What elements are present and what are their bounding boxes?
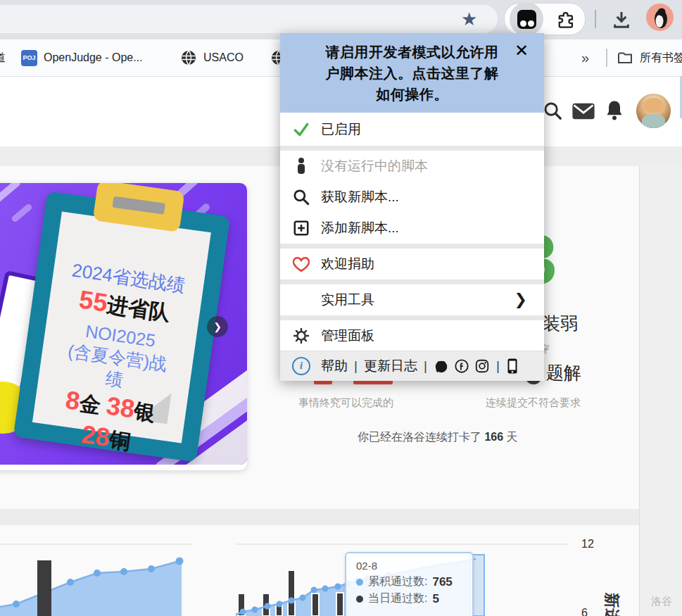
partial-title-2: 题解 — [546, 361, 581, 384]
github-icon[interactable] — [434, 358, 449, 374]
pipe-separator: | — [354, 358, 358, 374]
section-gap-band — [0, 509, 639, 525]
menu-label: 没有运行中的脚本 — [321, 157, 428, 175]
search-icon — [291, 187, 311, 207]
chevron-glyph: » — [581, 50, 589, 66]
tampermonkey-popup: 请启用开发者模式以允许用户脚本注入。点击这里了解如何操作。 ✕ 已启用 没有运行… — [280, 33, 544, 381]
bookmark-openjudge[interactable]: POJ OpenJudge - Ope... — [21, 39, 143, 76]
chart-tooltip: 02-8 累积通过数: 765 当日通过数: 5 — [345, 552, 474, 616]
address-bar[interactable] — [0, 5, 498, 33]
menu-divider — [280, 146, 544, 151]
mobile-app-icon[interactable] — [506, 358, 519, 375]
checkin-line: 你已经在洛谷连续打卡了 166 天 — [358, 430, 518, 445]
tooltip-date: 02-8 — [356, 560, 472, 572]
screenshot-root: 洛谷 2024省选战绩 55进省队 — [0, 0, 682, 616]
pipe-separator: | — [424, 358, 427, 374]
decor-streak — [11, 203, 33, 223]
checkin-prefix: 你已经在洛谷连续打卡了 — [358, 431, 484, 443]
menu-label: 获取新脚本... — [321, 188, 399, 206]
partial-title-1: 装弱 — [543, 312, 578, 335]
globe-favicon — [180, 49, 197, 66]
bookmark-label: OpenJudge - Ope... — [44, 51, 143, 64]
next-arrow-glyph: ❯ — [213, 321, 222, 332]
search-icon[interactable] — [542, 100, 563, 124]
banner-line2-num: 55 — [77, 284, 109, 317]
menu-item-help[interactable]: i 帮助 | 更新日志 | | — [280, 351, 544, 381]
menu-item-no-scripts: 没有运行中的脚本 — [280, 151, 544, 182]
browser-profile-avatar[interactable] — [646, 4, 674, 31]
tooltip-label-cumulative: 累积通过数: — [368, 574, 427, 589]
y-axis-tick-12: 12 — [581, 538, 594, 551]
user-avatar[interactable] — [636, 94, 671, 128]
right-margin-column: 洛谷 — [639, 166, 682, 616]
bookmark-star-icon[interactable]: ★ — [461, 8, 477, 30]
menu-divider — [280, 279, 544, 284]
banner-line5-n2: 38 — [105, 391, 137, 424]
notice-text: 请启用开发者模式以允许用户脚本注入。点击这里了解如何操作。 — [322, 42, 503, 105]
menu-item-enabled[interactable]: 已启用 — [280, 113, 544, 146]
menu-item-utilities[interactable]: 实用工具 ❯ — [280, 284, 544, 315]
heart-icon — [291, 254, 311, 274]
info-circle-icon: i — [291, 356, 311, 376]
mail-icon[interactable] — [572, 102, 595, 123]
bookmark-label: USACO — [203, 51, 244, 64]
rotated-axis-label: 新进 — [601, 593, 622, 616]
facebook-icon[interactable] — [454, 358, 469, 374]
close-icon[interactable]: ✕ — [514, 41, 529, 61]
banner-line6-rest: 铜 — [108, 428, 132, 454]
all-bookmarks-folder[interactable]: 所有书签 — [617, 39, 682, 76]
quote-right: 连续提交不符合要求 — [486, 396, 581, 410]
banner-line5-t1: 金 — [78, 391, 108, 418]
toolbar-separator — [595, 10, 596, 28]
bell-icon[interactable] — [604, 99, 625, 125]
bookmarks-overflow-chevron[interactable]: » — [581, 39, 589, 76]
check-icon — [291, 120, 311, 139]
add-script-icon — [291, 218, 311, 238]
menu-label: 添加新脚本... — [321, 219, 399, 237]
menu-item-get-scripts[interactable]: 获取新脚本... — [280, 182, 544, 213]
changelog-link[interactable]: 更新日志 — [364, 357, 417, 375]
menu-item-dashboard[interactable]: 管理面板 — [280, 320, 544, 351]
instagram-icon[interactable] — [474, 358, 490, 374]
quote-left: 事情终究可以完成的 — [298, 396, 393, 410]
menu-label: 实用工具 — [321, 291, 374, 309]
practice-charts — [0, 525, 639, 616]
luogu-watermark: 洛谷 — [651, 595, 672, 608]
gear-icon — [291, 326, 311, 346]
menu-item-donate[interactable]: 欢迎捐助 — [280, 249, 544, 279]
tooltip-value-daily: 5 — [432, 592, 438, 606]
menu-label: 已启用 — [321, 120, 361, 139]
carousel-banner-card[interactable]: 2024省选战绩 55进省队 NOI2025 (含夏令营)战绩 8金 38银 2… — [0, 183, 247, 470]
script-count-icon — [291, 156, 311, 176]
bookmark-partial-left[interactable]: 道 — [0, 39, 6, 76]
pipe-separator: | — [496, 358, 500, 374]
tooltip-value-cumulative: 765 — [432, 575, 452, 589]
checkin-days: 166 — [484, 431, 503, 443]
poj-favicon: POJ — [21, 50, 37, 66]
menu-label: 管理面板 — [321, 327, 374, 345]
menu-divider — [280, 244, 544, 249]
clipboard: 2024省选战绩 55进省队 NOI2025 (含夏令营)战绩 8金 38银 2… — [13, 191, 230, 462]
banner-line5-t2: 银 — [132, 399, 156, 425]
help-link[interactable]: 帮助 — [321, 357, 348, 375]
menu-label: 欢迎捐助 — [321, 255, 374, 273]
download-icon[interactable] — [612, 11, 631, 33]
tooltip-label-daily: 当日通过数: — [368, 591, 427, 606]
series-dot-cumulative — [356, 579, 363, 586]
all-bookmarks-label: 所有书签 — [640, 51, 682, 65]
menu-item-add-script[interactable]: 添加新脚本... — [280, 213, 544, 244]
banner-line2-rest: 进省队 — [106, 292, 172, 324]
bookmark-label: 道 — [0, 51, 6, 65]
series-dot-daily — [356, 596, 363, 603]
bookmarks-separator — [606, 49, 607, 67]
folder-icon — [617, 49, 633, 66]
extensions-puzzle-icon[interactable] — [556, 10, 575, 32]
bookmark-usaco[interactable]: USACO — [180, 39, 244, 76]
tampermonkey-icon[interactable] — [517, 10, 536, 29]
banner-image: 2024省选战绩 55进省队 NOI2025 (含夏令营)战绩 8金 38银 2… — [0, 183, 247, 465]
checkin-suffix: 天 — [503, 431, 517, 443]
carousel-next-button[interactable]: ❯ — [207, 316, 228, 337]
y-axis-tick-6-partial: 6 — [581, 607, 588, 616]
developer-mode-notice[interactable]: 请启用开发者模式以允许用户脚本注入。点击这里了解如何操作。 ✕ — [280, 33, 544, 113]
decor-streak — [0, 183, 22, 209]
